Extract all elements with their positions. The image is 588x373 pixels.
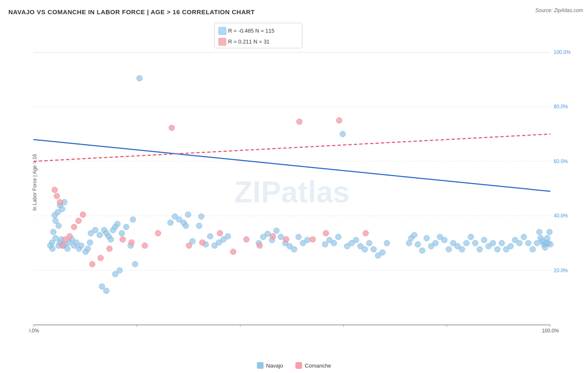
svg-point-141 — [525, 240, 531, 246]
svg-point-98 — [322, 241, 328, 247]
chart-area: In Labor Force | Age > 16 100.0%80.0%60.… — [29, 19, 584, 346]
svg-point-143 — [534, 240, 540, 246]
svg-point-64 — [115, 221, 120, 227]
svg-point-122 — [441, 237, 447, 243]
svg-point-52 — [103, 288, 109, 294]
svg-point-102 — [340, 131, 345, 137]
svg-point-115 — [412, 232, 417, 238]
svg-point-75 — [183, 223, 189, 229]
svg-point-71 — [167, 220, 173, 226]
svg-point-101 — [335, 234, 341, 240]
svg-point-90 — [274, 228, 279, 234]
svg-text:60.0%: 60.0% — [554, 158, 568, 164]
legend-navajo: Navajo — [257, 362, 283, 369]
svg-point-128 — [468, 234, 474, 240]
svg-point-160 — [71, 224, 77, 230]
svg-point-142 — [530, 246, 536, 252]
svg-text:100.0%: 100.0% — [542, 328, 559, 334]
svg-point-156 — [57, 199, 63, 205]
svg-point-109 — [371, 246, 376, 252]
svg-point-180 — [310, 237, 316, 243]
comanche-legend-label: Comanche — [305, 363, 331, 369]
svg-point-100 — [331, 240, 337, 246]
svg-point-164 — [98, 255, 104, 261]
svg-point-81 — [207, 233, 213, 239]
svg-point-105 — [353, 237, 359, 243]
svg-point-154 — [52, 187, 58, 193]
svg-rect-185 — [219, 27, 226, 35]
svg-point-176 — [257, 243, 263, 248]
svg-point-116 — [415, 241, 421, 247]
svg-point-54 — [117, 268, 123, 273]
svg-text:20.0%: 20.0% — [554, 268, 568, 273]
svg-point-117 — [419, 248, 425, 253]
svg-point-163 — [89, 261, 95, 267]
svg-point-159 — [67, 233, 73, 239]
svg-point-182 — [336, 118, 342, 123]
svg-text:R = -0.485    N = 115: R = -0.485 N = 115 — [228, 28, 275, 34]
svg-point-129 — [472, 240, 478, 246]
svg-point-162 — [80, 212, 86, 217]
svg-point-70 — [137, 75, 143, 81]
svg-point-139 — [516, 240, 522, 246]
svg-point-85 — [225, 233, 231, 239]
svg-point-47 — [59, 206, 65, 212]
svg-point-152 — [547, 229, 552, 235]
svg-point-177 — [270, 233, 276, 239]
svg-point-181 — [323, 230, 329, 236]
y-axis-label: In Labor Force | Age > 16 — [32, 154, 38, 211]
svg-text:80.0%: 80.0% — [554, 104, 568, 110]
svg-point-153 — [547, 241, 553, 247]
legend-comanche: Comanche — [296, 362, 331, 369]
svg-point-175 — [243, 237, 249, 243]
svg-point-165 — [107, 246, 112, 252]
svg-point-183 — [363, 230, 368, 236]
svg-point-94 — [291, 246, 297, 252]
svg-point-118 — [424, 235, 429, 241]
navajo-legend-label: Navajo — [266, 363, 283, 369]
svg-point-69 — [132, 261, 138, 267]
svg-point-24 — [51, 229, 56, 235]
svg-point-130 — [477, 246, 483, 252]
svg-text:100.0%: 100.0% — [554, 49, 571, 55]
svg-point-95 — [296, 234, 302, 240]
svg-point-134 — [494, 246, 500, 252]
source-label: Source: ZipAtlas.com — [535, 8, 583, 13]
svg-point-179 — [297, 119, 302, 125]
svg-point-43 — [87, 240, 93, 245]
svg-point-97 — [304, 237, 310, 243]
svg-point-65 — [119, 230, 125, 236]
svg-text:40.0%: 40.0% — [554, 213, 568, 219]
svg-point-137 — [508, 243, 514, 249]
svg-point-120 — [432, 240, 438, 246]
svg-point-127 — [463, 240, 469, 246]
chart-container: NAVAJO VS COMANCHE IN LABOR FORCE | AGE … — [0, 0, 588, 373]
svg-point-172 — [199, 240, 205, 245]
svg-point-133 — [490, 240, 496, 246]
chart-title: NAVAJO VS COMANCHE IN LABOR FORCE | AGE … — [8, 8, 584, 15]
svg-point-167 — [129, 240, 135, 245]
svg-point-91 — [278, 234, 284, 240]
navajo-legend-box — [257, 362, 263, 369]
svg-point-155 — [54, 193, 60, 199]
svg-point-88 — [265, 231, 271, 237]
svg-point-131 — [481, 237, 487, 243]
svg-point-66 — [123, 224, 129, 230]
svg-point-42 — [85, 246, 91, 252]
svg-point-173 — [217, 230, 223, 236]
svg-point-157 — [60, 243, 66, 248]
svg-point-169 — [155, 230, 161, 236]
svg-point-40 — [78, 243, 84, 248]
legend-container: Navajo Comanche — [257, 362, 331, 369]
svg-point-56 — [92, 227, 98, 233]
svg-point-51 — [99, 284, 105, 289]
svg-point-168 — [142, 243, 148, 248]
svg-point-140 — [521, 234, 527, 240]
svg-point-170 — [169, 125, 175, 131]
svg-point-112 — [384, 240, 390, 246]
svg-point-144 — [537, 229, 542, 235]
svg-point-79 — [198, 214, 204, 220]
scatter-chart: 100.0%80.0%60.0%40.0%20.0%0.0%100.0%ZIPa… — [29, 19, 584, 346]
svg-point-50 — [56, 223, 61, 229]
svg-point-108 — [366, 240, 372, 246]
